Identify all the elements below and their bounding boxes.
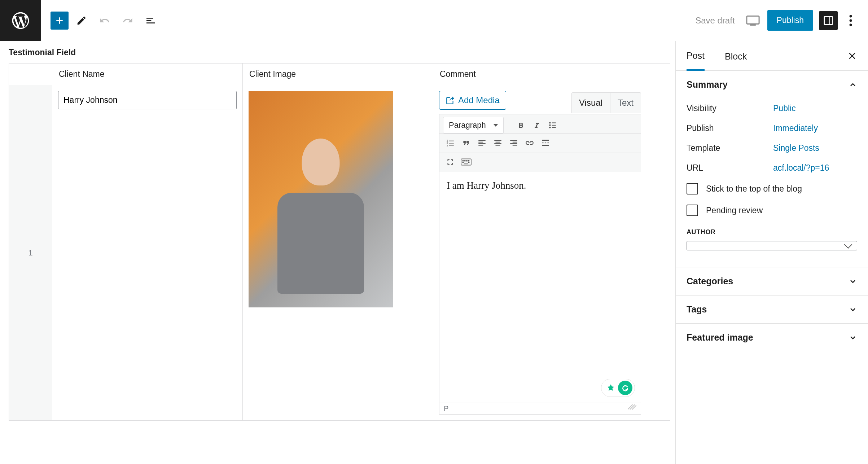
blockquote-button[interactable] — [459, 136, 473, 150]
numbered-list-button[interactable] — [443, 136, 457, 150]
grammarly-icon[interactable] — [618, 381, 632, 395]
panel-featured-image-toggle[interactable]: Featured image — [676, 324, 868, 351]
column-actions — [647, 64, 670, 85]
wordpress-logo[interactable] — [0, 0, 41, 41]
row-number[interactable]: 1 — [9, 85, 52, 421]
chevron-down-icon — [849, 305, 857, 314]
svg-rect-37 — [464, 163, 468, 164]
stick-label: Stick to the top of the blog — [706, 184, 802, 194]
publish-value[interactable]: Immediately — [773, 123, 818, 133]
stick-checkbox[interactable] — [687, 183, 698, 194]
svg-rect-10 — [552, 122, 556, 123]
editor-toolbar-row2 — [439, 134, 641, 153]
settings-sidebar: Post Block Summary Visibility Public Pub — [675, 41, 868, 464]
save-draft-button[interactable]: Save draft — [692, 12, 738, 29]
acf-repeater-table: Client Name Client Image Comment 1 — [9, 63, 670, 421]
svg-rect-14 — [478, 142, 483, 143]
read-more-button[interactable] — [538, 136, 553, 150]
preview-button[interactable] — [744, 12, 762, 29]
panel-tags-toggle[interactable]: Tags — [676, 296, 868, 323]
align-center-button[interactable] — [491, 136, 505, 150]
svg-rect-19 — [494, 143, 501, 144]
panel-categories-toggle[interactable]: Categories — [676, 267, 868, 295]
visibility-label: Visibility — [687, 104, 773, 113]
publish-button[interactable]: Publish — [767, 10, 813, 31]
client-image-preview[interactable] — [249, 91, 393, 307]
bold-button[interactable] — [514, 118, 528, 132]
svg-rect-24 — [513, 145, 517, 145]
editor-tab-text[interactable]: Text — [610, 92, 641, 113]
svg-point-33 — [466, 161, 467, 161]
more-options-button[interactable] — [843, 12, 858, 29]
url-label: URL — [687, 163, 773, 173]
chevron-down-icon — [849, 277, 857, 286]
format-select[interactable]: Paragraph — [443, 117, 504, 133]
svg-rect-13 — [478, 140, 486, 141]
editor-tab-visual[interactable]: Visual — [571, 92, 610, 113]
top-toolbar: Save draft Publish — [0, 0, 868, 41]
author-heading: AUTHOR — [687, 221, 857, 241]
italic-button[interactable] — [530, 118, 544, 132]
editor-toolbar-row3 — [439, 153, 641, 172]
link-button[interactable] — [522, 136, 537, 150]
add-block-button[interactable] — [51, 12, 69, 30]
document-overview-button[interactable] — [141, 10, 161, 31]
svg-rect-20 — [496, 145, 500, 145]
svg-rect-27 — [545, 143, 546, 143]
svg-rect-21 — [510, 140, 517, 141]
editor-toolbar-row1: Paragraph — [439, 114, 641, 134]
add-media-label: Add Media — [458, 95, 500, 105]
svg-rect-12 — [552, 127, 556, 128]
column-order — [9, 64, 52, 85]
url-value[interactable]: acf.local/?p=16 — [773, 163, 829, 173]
cell-comment: Add Media Visual Text Paragraph — [433, 85, 647, 421]
bullet-list-button[interactable] — [545, 118, 560, 132]
svg-rect-29 — [542, 145, 549, 146]
publish-label: Publish — [687, 123, 773, 133]
client-name-input[interactable] — [58, 91, 237, 109]
row-actions[interactable] — [647, 85, 670, 421]
resize-handle-icon[interactable] — [628, 404, 636, 410]
template-value[interactable]: Single Posts — [773, 143, 819, 153]
svg-point-7 — [549, 122, 551, 123]
svg-point-6 — [850, 23, 852, 26]
svg-rect-15 — [478, 143, 486, 144]
editor-content-area: Testimonial Field Client Name Client Ima… — [0, 41, 675, 464]
add-media-button[interactable]: Add Media — [439, 91, 506, 110]
chevron-up-icon — [849, 80, 857, 89]
align-left-button[interactable] — [475, 136, 489, 150]
panel-summary-toggle[interactable]: Summary — [676, 71, 868, 99]
align-right-button[interactable] — [507, 136, 521, 150]
svg-rect-11 — [552, 125, 556, 126]
svg-point-8 — [549, 124, 551, 126]
column-client-image: Client Image — [243, 64, 433, 85]
svg-rect-26 — [542, 143, 543, 143]
panel-summary: Visibility Public Publish Immediately Te… — [676, 99, 868, 259]
settings-sidebar-toggle[interactable] — [819, 11, 838, 30]
editor-status-bar: P — [439, 403, 641, 415]
editor-path: P — [444, 404, 448, 413]
tab-block[interactable]: Block — [725, 42, 747, 70]
fullscreen-button[interactable] — [443, 155, 457, 169]
column-client-name: Client Name — [52, 64, 243, 85]
acf-field-title: Testimonial Field — [0, 41, 675, 63]
svg-rect-23 — [510, 143, 517, 144]
close-sidebar-button[interactable] — [842, 46, 862, 66]
helper-icon[interactable] — [604, 381, 618, 395]
pending-checkbox[interactable] — [687, 205, 698, 216]
tab-post[interactable]: Post — [687, 41, 705, 71]
author-select[interactable] — [687, 241, 857, 250]
svg-rect-22 — [513, 142, 517, 143]
svg-point-36 — [468, 162, 469, 163]
column-comment: Comment — [433, 64, 647, 85]
redo-button — [118, 10, 138, 31]
undo-button — [95, 10, 115, 31]
wysiwyg-content[interactable]: I am Harry Johnson. — [439, 172, 641, 403]
svg-point-34 — [468, 161, 469, 161]
svg-point-35 — [463, 162, 463, 163]
visibility-value[interactable]: Public — [773, 104, 796, 113]
edit-mode-icon[interactable] — [71, 10, 92, 31]
chevron-down-icon — [849, 333, 857, 342]
keyboard-button[interactable] — [459, 155, 473, 169]
svg-point-5 — [850, 19, 852, 22]
